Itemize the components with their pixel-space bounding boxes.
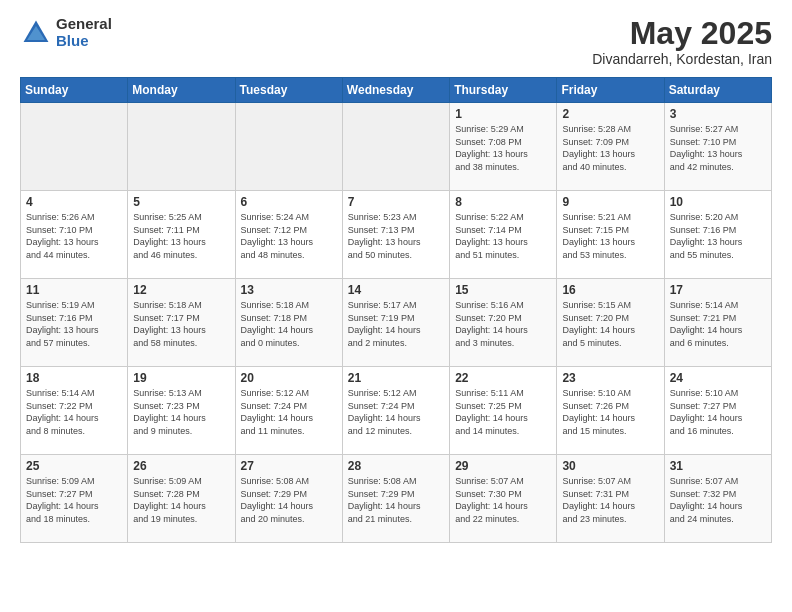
header-thursday: Thursday — [450, 78, 557, 103]
day-number: 20 — [241, 371, 337, 385]
day-number: 22 — [455, 371, 551, 385]
day-number: 4 — [26, 195, 122, 209]
calendar-header: Sunday Monday Tuesday Wednesday Thursday… — [21, 78, 772, 103]
day-number: 10 — [670, 195, 766, 209]
day-number: 18 — [26, 371, 122, 385]
cell-content: Sunrise: 5:09 AM Sunset: 7:28 PM Dayligh… — [133, 475, 229, 525]
day-number: 2 — [562, 107, 658, 121]
calendar-cell: 19Sunrise: 5:13 AM Sunset: 7:23 PM Dayli… — [128, 367, 235, 455]
header-monday: Monday — [128, 78, 235, 103]
day-number: 16 — [562, 283, 658, 297]
day-number: 3 — [670, 107, 766, 121]
cell-content: Sunrise: 5:10 AM Sunset: 7:27 PM Dayligh… — [670, 387, 766, 437]
day-number: 6 — [241, 195, 337, 209]
calendar-cell: 3Sunrise: 5:27 AM Sunset: 7:10 PM Daylig… — [664, 103, 771, 191]
cell-content: Sunrise: 5:08 AM Sunset: 7:29 PM Dayligh… — [348, 475, 444, 525]
day-number: 13 — [241, 283, 337, 297]
calendar-week-4: 18Sunrise: 5:14 AM Sunset: 7:22 PM Dayli… — [21, 367, 772, 455]
logo-blue: Blue — [56, 33, 112, 50]
cell-content: Sunrise: 5:22 AM Sunset: 7:14 PM Dayligh… — [455, 211, 551, 261]
calendar-cell: 31Sunrise: 5:07 AM Sunset: 7:32 PM Dayli… — [664, 455, 771, 543]
calendar-table: Sunday Monday Tuesday Wednesday Thursday… — [20, 77, 772, 543]
cell-content: Sunrise: 5:19 AM Sunset: 7:16 PM Dayligh… — [26, 299, 122, 349]
calendar-cell: 9Sunrise: 5:21 AM Sunset: 7:15 PM Daylig… — [557, 191, 664, 279]
day-number: 25 — [26, 459, 122, 473]
day-number: 27 — [241, 459, 337, 473]
calendar-cell — [342, 103, 449, 191]
cell-content: Sunrise: 5:07 AM Sunset: 7:32 PM Dayligh… — [670, 475, 766, 525]
day-number: 30 — [562, 459, 658, 473]
cell-content: Sunrise: 5:27 AM Sunset: 7:10 PM Dayligh… — [670, 123, 766, 173]
calendar-body: 1Sunrise: 5:29 AM Sunset: 7:08 PM Daylig… — [21, 103, 772, 543]
header-row: Sunday Monday Tuesday Wednesday Thursday… — [21, 78, 772, 103]
day-number: 29 — [455, 459, 551, 473]
calendar-week-5: 25Sunrise: 5:09 AM Sunset: 7:27 PM Dayli… — [21, 455, 772, 543]
calendar-cell: 17Sunrise: 5:14 AM Sunset: 7:21 PM Dayli… — [664, 279, 771, 367]
cell-content: Sunrise: 5:07 AM Sunset: 7:31 PM Dayligh… — [562, 475, 658, 525]
page: General Blue May 2025 Divandarreh, Korde… — [0, 0, 792, 612]
cell-content: Sunrise: 5:09 AM Sunset: 7:27 PM Dayligh… — [26, 475, 122, 525]
cell-content: Sunrise: 5:18 AM Sunset: 7:18 PM Dayligh… — [241, 299, 337, 349]
header-wednesday: Wednesday — [342, 78, 449, 103]
calendar-cell: 28Sunrise: 5:08 AM Sunset: 7:29 PM Dayli… — [342, 455, 449, 543]
calendar-cell: 13Sunrise: 5:18 AM Sunset: 7:18 PM Dayli… — [235, 279, 342, 367]
cell-content: Sunrise: 5:26 AM Sunset: 7:10 PM Dayligh… — [26, 211, 122, 261]
cell-content: Sunrise: 5:11 AM Sunset: 7:25 PM Dayligh… — [455, 387, 551, 437]
logo: General Blue — [20, 16, 112, 49]
calendar-cell: 2Sunrise: 5:28 AM Sunset: 7:09 PM Daylig… — [557, 103, 664, 191]
calendar-cell: 25Sunrise: 5:09 AM Sunset: 7:27 PM Dayli… — [21, 455, 128, 543]
day-number: 17 — [670, 283, 766, 297]
calendar-cell: 1Sunrise: 5:29 AM Sunset: 7:08 PM Daylig… — [450, 103, 557, 191]
cell-content: Sunrise: 5:18 AM Sunset: 7:17 PM Dayligh… — [133, 299, 229, 349]
day-number: 7 — [348, 195, 444, 209]
cell-content: Sunrise: 5:20 AM Sunset: 7:16 PM Dayligh… — [670, 211, 766, 261]
title-block: May 2025 Divandarreh, Kordestan, Iran — [592, 16, 772, 67]
calendar-cell: 15Sunrise: 5:16 AM Sunset: 7:20 PM Dayli… — [450, 279, 557, 367]
day-number: 15 — [455, 283, 551, 297]
cell-content: Sunrise: 5:14 AM Sunset: 7:21 PM Dayligh… — [670, 299, 766, 349]
day-number: 26 — [133, 459, 229, 473]
day-number: 23 — [562, 371, 658, 385]
calendar-cell — [21, 103, 128, 191]
calendar-cell: 10Sunrise: 5:20 AM Sunset: 7:16 PM Dayli… — [664, 191, 771, 279]
calendar-cell: 30Sunrise: 5:07 AM Sunset: 7:31 PM Dayli… — [557, 455, 664, 543]
calendar-week-1: 1Sunrise: 5:29 AM Sunset: 7:08 PM Daylig… — [21, 103, 772, 191]
calendar-cell: 23Sunrise: 5:10 AM Sunset: 7:26 PM Dayli… — [557, 367, 664, 455]
day-number: 31 — [670, 459, 766, 473]
cell-content: Sunrise: 5:14 AM Sunset: 7:22 PM Dayligh… — [26, 387, 122, 437]
day-number: 5 — [133, 195, 229, 209]
calendar-week-2: 4Sunrise: 5:26 AM Sunset: 7:10 PM Daylig… — [21, 191, 772, 279]
day-number: 8 — [455, 195, 551, 209]
calendar-cell — [128, 103, 235, 191]
cell-content: Sunrise: 5:15 AM Sunset: 7:20 PM Dayligh… — [562, 299, 658, 349]
day-number: 12 — [133, 283, 229, 297]
day-number: 24 — [670, 371, 766, 385]
calendar-cell: 21Sunrise: 5:12 AM Sunset: 7:24 PM Dayli… — [342, 367, 449, 455]
day-number: 9 — [562, 195, 658, 209]
cell-content: Sunrise: 5:25 AM Sunset: 7:11 PM Dayligh… — [133, 211, 229, 261]
day-number: 21 — [348, 371, 444, 385]
calendar-cell: 6Sunrise: 5:24 AM Sunset: 7:12 PM Daylig… — [235, 191, 342, 279]
cell-content: Sunrise: 5:21 AM Sunset: 7:15 PM Dayligh… — [562, 211, 658, 261]
calendar-cell: 22Sunrise: 5:11 AM Sunset: 7:25 PM Dayli… — [450, 367, 557, 455]
calendar-cell: 4Sunrise: 5:26 AM Sunset: 7:10 PM Daylig… — [21, 191, 128, 279]
calendar-cell: 26Sunrise: 5:09 AM Sunset: 7:28 PM Dayli… — [128, 455, 235, 543]
header-sunday: Sunday — [21, 78, 128, 103]
calendar-cell: 29Sunrise: 5:07 AM Sunset: 7:30 PM Dayli… — [450, 455, 557, 543]
calendar-cell: 18Sunrise: 5:14 AM Sunset: 7:22 PM Dayli… — [21, 367, 128, 455]
calendar-cell: 27Sunrise: 5:08 AM Sunset: 7:29 PM Dayli… — [235, 455, 342, 543]
calendar-cell: 5Sunrise: 5:25 AM Sunset: 7:11 PM Daylig… — [128, 191, 235, 279]
cell-content: Sunrise: 5:07 AM Sunset: 7:30 PM Dayligh… — [455, 475, 551, 525]
header-friday: Friday — [557, 78, 664, 103]
cell-content: Sunrise: 5:12 AM Sunset: 7:24 PM Dayligh… — [241, 387, 337, 437]
cell-content: Sunrise: 5:10 AM Sunset: 7:26 PM Dayligh… — [562, 387, 658, 437]
logo-general: General — [56, 16, 112, 33]
day-number: 11 — [26, 283, 122, 297]
header-tuesday: Tuesday — [235, 78, 342, 103]
calendar-cell: 20Sunrise: 5:12 AM Sunset: 7:24 PM Dayli… — [235, 367, 342, 455]
logo-text: General Blue — [56, 16, 112, 49]
header-saturday: Saturday — [664, 78, 771, 103]
day-number: 28 — [348, 459, 444, 473]
cell-content: Sunrise: 5:28 AM Sunset: 7:09 PM Dayligh… — [562, 123, 658, 173]
logo-icon — [20, 17, 52, 49]
